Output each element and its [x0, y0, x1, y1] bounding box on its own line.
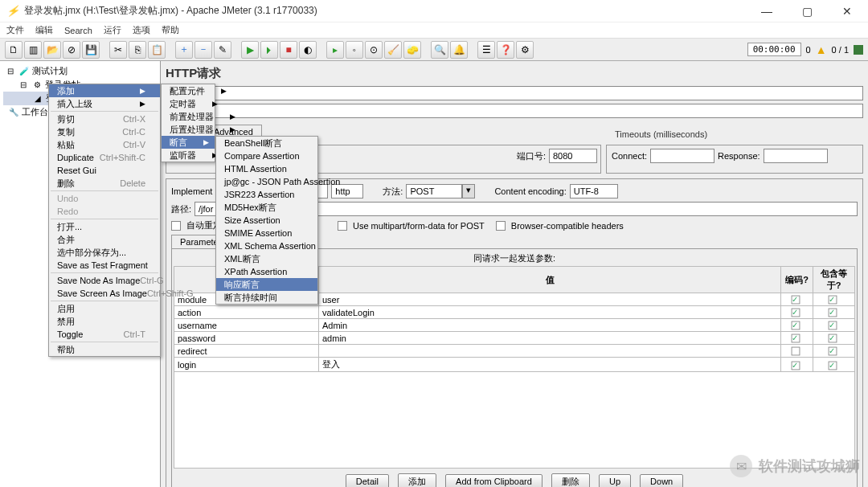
menu-run[interactable]: 运行: [104, 24, 121, 36]
ctx-merge[interactable]: 合并: [49, 233, 160, 246]
tree-testplan[interactable]: ⊟🧪测试计划: [3, 64, 157, 78]
redirect-checkbox[interactable]: [171, 221, 181, 231]
sub-postprocessor[interactable]: 后置处理器▶: [162, 123, 215, 136]
close-icon[interactable]: ⊘: [63, 41, 80, 59]
sub-timer[interactable]: 定时器▶: [162, 97, 215, 110]
ctx-save-fragment[interactable]: Save as Test Fragment: [49, 259, 160, 272]
name-input[interactable]: [166, 86, 863, 100]
ctx-disable[interactable]: 禁用: [49, 315, 160, 328]
detail-button[interactable]: Detail: [346, 474, 389, 487]
sub-listener[interactable]: 监听器▶: [162, 149, 215, 162]
ctx-save-node-image[interactable]: Save Node As ImageCtrl-G: [49, 274, 160, 287]
table-row[interactable]: usernameAdmin: [174, 319, 855, 332]
stop-icon[interactable]: ■: [280, 41, 297, 59]
assert-jsr[interactable]: JSR223 Assertion: [216, 188, 317, 201]
ctx-add[interactable]: 添加▶: [49, 84, 160, 97]
cut-icon[interactable]: ✂: [109, 41, 127, 59]
menu-help[interactable]: 帮助: [162, 24, 179, 36]
table-row[interactable]: passwordadmin: [174, 332, 855, 345]
col-include[interactable]: 包含等于?: [813, 267, 855, 293]
ctx-cut[interactable]: 剪切Ctrl-X: [49, 113, 160, 125]
collapse-icon[interactable]: －: [194, 41, 212, 59]
function-helper-icon[interactable]: ☰: [477, 41, 495, 59]
warning-icon[interactable]: ▲: [816, 43, 827, 56]
shutdown-icon[interactable]: ◐: [299, 41, 317, 59]
table-row[interactable]: actionvalidateLogin: [174, 306, 855, 319]
save-icon[interactable]: 💾: [82, 41, 100, 59]
remote-shutdown-icon[interactable]: ⊙: [365, 41, 383, 59]
remote-start-icon[interactable]: ▸: [326, 41, 344, 59]
port-input[interactable]: [549, 149, 597, 163]
ctx-paste[interactable]: 粘贴Ctrl-V: [49, 138, 160, 151]
delete-button[interactable]: 删除: [551, 473, 590, 487]
ctx-enable[interactable]: 启用: [49, 302, 160, 315]
sub-config[interactable]: 配置元件▶: [162, 84, 215, 97]
assert-md5[interactable]: MD5Hex断言: [216, 201, 317, 214]
assert-beanshell[interactable]: BeanShell断言: [216, 137, 317, 149]
assert-json[interactable]: jp@gc - JSON Path Assertion: [216, 175, 317, 188]
reset-search-icon[interactable]: 🔔: [450, 41, 468, 59]
ctx-toggle[interactable]: ToggleCtrl-T: [49, 328, 160, 341]
sub-assertion[interactable]: 断言▶: [162, 136, 215, 149]
clear-all-icon[interactable]: 🧽: [403, 41, 421, 59]
assert-duration[interactable]: 断言持续时间: [216, 291, 317, 304]
ctx-reset[interactable]: Reset Gui: [49, 164, 160, 177]
menu-file[interactable]: 文件: [6, 24, 24, 36]
search-icon[interactable]: 🔍: [431, 41, 448, 59]
col-encode[interactable]: 编码?: [781, 267, 813, 293]
assert-compare[interactable]: Compare Assertion: [216, 149, 317, 162]
assert-xmlschema[interactable]: XML Schema Assertion: [216, 239, 317, 252]
timer-display: 00:00:00: [747, 43, 801, 56]
comment-input[interactable]: [166, 104, 863, 118]
up-button[interactable]: Up: [599, 474, 631, 487]
add-button[interactable]: 添加: [398, 473, 436, 487]
start-icon[interactable]: ▶: [241, 41, 259, 59]
start-no-timers-icon[interactable]: ⏵: [260, 41, 278, 59]
templates-icon[interactable]: ▥: [24, 41, 42, 59]
ctx-duplicate[interactable]: DuplicateCtrl+Shift-C: [49, 151, 160, 164]
encoding-input[interactable]: [570, 184, 618, 198]
ctx-open[interactable]: 打开...: [49, 220, 160, 233]
ctx-copy[interactable]: 复制Ctrl-C: [49, 125, 160, 138]
multipart-checkbox[interactable]: [338, 221, 347, 231]
table-row[interactable]: login登入: [174, 358, 855, 372]
menu-options[interactable]: 选项: [133, 24, 150, 36]
ctx-save-selection[interactable]: 选中部分保存为...: [49, 246, 160, 259]
expand-icon[interactable]: ＋: [175, 41, 193, 59]
tool-icon[interactable]: ⚙: [516, 41, 534, 59]
toggle-icon[interactable]: ✎: [214, 41, 231, 59]
connect-input[interactable]: [650, 149, 714, 163]
assert-xml[interactable]: XML断言: [216, 252, 317, 265]
assert-response[interactable]: 响应断言: [216, 278, 317, 291]
ctx-delete[interactable]: 删除Delete: [49, 177, 160, 190]
ctx-insert[interactable]: 插入上级▶: [49, 97, 160, 110]
remote-stop-icon[interactable]: ◦: [346, 41, 363, 59]
new-icon[interactable]: 🗋: [5, 41, 23, 59]
assert-size[interactable]: Size Assertion: [216, 214, 317, 227]
assert-smime[interactable]: SMIME Assertion: [216, 227, 317, 239]
sub-preprocessor[interactable]: 前置处理器▶: [162, 110, 215, 123]
open-icon[interactable]: 📂: [43, 41, 61, 59]
browser-compat-checkbox[interactable]: [496, 221, 506, 231]
menu-search[interactable]: Search: [64, 26, 92, 35]
assert-xpath[interactable]: XPath Assertion: [216, 265, 317, 278]
down-button[interactable]: Down: [640, 474, 683, 487]
impl-label: Implement: [171, 186, 212, 196]
method-select[interactable]: [406, 184, 462, 198]
ctx-save-screen-image[interactable]: Save Screen As ImageCtrl+Shift-G: [49, 287, 160, 300]
add-clipboard-button[interactable]: Add from Clipboard: [445, 474, 542, 487]
method-dropdown-icon[interactable]: ▾: [462, 184, 475, 198]
menu-edit[interactable]: 编辑: [35, 24, 53, 36]
minimize-button[interactable]: —: [752, 5, 781, 18]
help-icon[interactable]: ❓: [497, 41, 514, 59]
copy-icon[interactable]: ⎘: [129, 41, 146, 59]
assert-html[interactable]: HTML Assertion: [216, 162, 317, 175]
maximize-button[interactable]: ▢: [792, 5, 821, 18]
ctx-help[interactable]: 帮助: [49, 343, 160, 356]
close-button[interactable]: ✕: [833, 5, 862, 18]
paste-icon[interactable]: 📋: [148, 41, 166, 59]
table-row[interactable]: redirect: [174, 345, 855, 358]
clear-icon[interactable]: 🧹: [384, 41, 402, 59]
response-input[interactable]: [764, 149, 828, 163]
col-value[interactable]: 值: [319, 267, 781, 293]
